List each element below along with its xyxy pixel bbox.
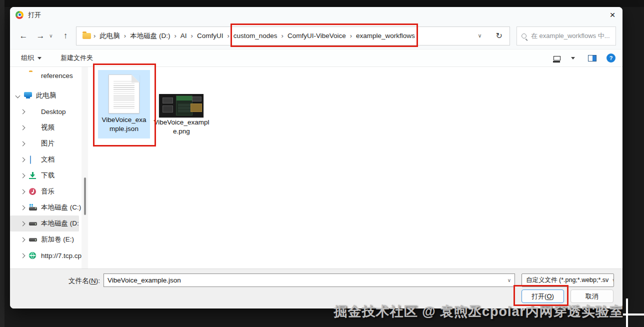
breadcrumb-custom-nodes[interactable]: custom_nodes bbox=[230, 32, 281, 40]
chevron-right-icon[interactable] bbox=[20, 189, 25, 194]
refresh-icon[interactable]: ↻ bbox=[496, 31, 502, 40]
sidebar-item-drive-c[interactable]: 本地磁盘 (C:) bbox=[10, 200, 90, 216]
preview-pane-icon[interactable] bbox=[588, 55, 596, 62]
filetype-chevron-icon: ∨ bbox=[608, 278, 614, 283]
music-icon bbox=[29, 188, 36, 195]
view-mode-caret-icon[interactable] bbox=[571, 57, 575, 60]
background-crosshair-vertical bbox=[626, 298, 628, 327]
view-mode-icon[interactable] bbox=[554, 56, 560, 60]
chevron-right-icon[interactable] bbox=[20, 109, 25, 114]
chevron-right-icon[interactable] bbox=[20, 157, 25, 162]
file-item-png[interactable]: VibeVoice_example.png bbox=[152, 118, 212, 136]
organize-button[interactable]: 组织 bbox=[21, 54, 34, 62]
png-file-thumbnail[interactable] bbox=[159, 94, 204, 118]
chevron-down-icon[interactable] bbox=[15, 93, 20, 98]
file-item-json[interactable]: VibeVoice_example.json bbox=[98, 70, 150, 138]
new-folder-button[interactable]: 新建文件夹 bbox=[60, 54, 93, 62]
sidebar-item-desktop[interactable]: Desktop bbox=[10, 104, 90, 120]
title-bar: 打开 × bbox=[10, 7, 622, 22]
file-name: VibeVoice_example.json bbox=[98, 116, 150, 134]
sidebar-item-documents[interactable]: 文档 bbox=[10, 152, 90, 168]
drive-c-icon bbox=[29, 204, 37, 211]
sidebar-item-pictures[interactable]: 图片 bbox=[10, 136, 90, 152]
background-crosshair-horizontal bbox=[623, 314, 644, 316]
chevron-right-icon[interactable] bbox=[20, 173, 25, 178]
desktop-background-left bbox=[0, 0, 4, 327]
filetype-value: 自定义文件 (*.png;*.webp;*.sv bbox=[526, 276, 608, 284]
this-pc-icon bbox=[24, 92, 32, 99]
close-icon[interactable]: × bbox=[602, 7, 622, 22]
chevron-right-icon[interactable] bbox=[20, 253, 25, 258]
help-icon[interactable]: ? bbox=[606, 54, 616, 62]
command-bar: 组织 新建文件夹 ? bbox=[10, 50, 622, 67]
open-file-dialog: 打开 × ← → ∨ ↑ › 此电脑 › 本地磁盘 (D:) › AI › Co… bbox=[10, 7, 622, 308]
chrome-icon bbox=[16, 11, 24, 19]
workflow-node bbox=[192, 96, 202, 102]
open-button[interactable]: 打开(O) bbox=[522, 290, 564, 303]
filename-combo: ∨ bbox=[104, 274, 515, 287]
globe-icon bbox=[29, 252, 36, 259]
address-bar[interactable]: › 此电脑 › 本地磁盘 (D:) › AI › ComfyUI › custo… bbox=[76, 26, 510, 46]
drive-e-icon bbox=[29, 236, 37, 243]
cancel-button[interactable]: 取消 bbox=[570, 290, 614, 303]
back-icon[interactable]: ← bbox=[17, 31, 30, 41]
desktop-background-top bbox=[0, 0, 644, 7]
breadcrumb-example-workflows[interactable]: example_workflows bbox=[352, 32, 418, 40]
breadcrumb-comfyui[interactable]: ComfyUI bbox=[194, 32, 227, 40]
search-icon bbox=[522, 34, 526, 38]
chevron-right-icon[interactable] bbox=[20, 221, 25, 226]
content-area: references 此电脑 Desktop 视频 图片 bbox=[10, 67, 622, 268]
chevron-right-icon[interactable] bbox=[20, 205, 25, 210]
chevron-right-icon[interactable] bbox=[20, 237, 25, 242]
sidebar-item-drive-d[interactable]: 本地磁盘 (D:) bbox=[10, 216, 79, 232]
organize-caret-icon bbox=[38, 57, 42, 60]
history-chevron-icon[interactable]: ∨ bbox=[47, 33, 55, 38]
sidebar-scrollbar-thumb[interactable] bbox=[84, 178, 86, 215]
sidebar-scrollbar-track[interactable] bbox=[82, 67, 88, 268]
json-file-icon bbox=[108, 74, 140, 114]
dialog-title: 打开 bbox=[28, 10, 41, 20]
workflow-node bbox=[162, 106, 173, 112]
sidebar-item-this-pc[interactable]: 此电脑 bbox=[10, 88, 90, 104]
downloads-icon bbox=[29, 172, 36, 179]
up-icon[interactable]: ↑ bbox=[59, 31, 72, 41]
filetype-select[interactable]: 自定义文件 (*.png;*.webp;*.sv ∨ bbox=[522, 274, 614, 287]
breadcrumb-ai[interactable]: AI bbox=[177, 32, 190, 40]
sidebar-item-downloads[interactable]: 下载 bbox=[10, 168, 90, 184]
filename-label: 文件名(N): bbox=[68, 276, 100, 286]
chevron-right-icon[interactable] bbox=[20, 125, 25, 130]
chevron-right-icon[interactable] bbox=[20, 141, 25, 146]
sidebar-item-drive-e[interactable]: 新加卷 (E:) bbox=[10, 232, 90, 248]
search-input[interactable] bbox=[531, 32, 619, 40]
navigation-bar: ← → ∨ ↑ › 此电脑 › 本地磁盘 (D:) › AI › ComfyUI… bbox=[10, 22, 622, 50]
documents-icon bbox=[30, 156, 31, 164]
address-chevron-icon[interactable]: ∨ bbox=[478, 32, 482, 39]
sidebar-item-music[interactable]: 音乐 bbox=[10, 184, 90, 200]
filename-input[interactable] bbox=[104, 276, 504, 284]
forward-icon[interactable]: → bbox=[34, 31, 47, 41]
sidebar-item-videos[interactable]: 视频 bbox=[10, 120, 90, 136]
filename-chevron-icon[interactable]: ∨ bbox=[504, 278, 514, 283]
folder-icon bbox=[82, 33, 91, 39]
file-list: VibeVoice_example.json VibeVoice_example… bbox=[90, 67, 622, 268]
drive-d-icon bbox=[29, 220, 37, 227]
workflow-node bbox=[162, 98, 173, 104]
workflow-node bbox=[190, 104, 202, 112]
sidebar-item-network-url[interactable]: http://7.tcp.cp bbox=[10, 248, 90, 264]
sidebar-item-references[interactable]: references bbox=[10, 68, 90, 84]
breadcrumb-comfyui-vibevoice[interactable]: ComfyUI-VibeVoice bbox=[284, 32, 350, 40]
breadcrumb-drive-d[interactable]: 本地磁盘 (D:) bbox=[126, 32, 174, 40]
file-name: VibeVoice_example.png bbox=[152, 118, 212, 136]
search-box[interactable] bbox=[516, 26, 616, 46]
sidebar: references 此电脑 Desktop 视频 图片 bbox=[10, 67, 90, 268]
watermark-text: 掘金技术社区 @ 袁煦丞cpolar内网穿透实验室 bbox=[334, 302, 624, 320]
breadcrumb-this-pc[interactable]: 此电脑 bbox=[96, 32, 124, 40]
